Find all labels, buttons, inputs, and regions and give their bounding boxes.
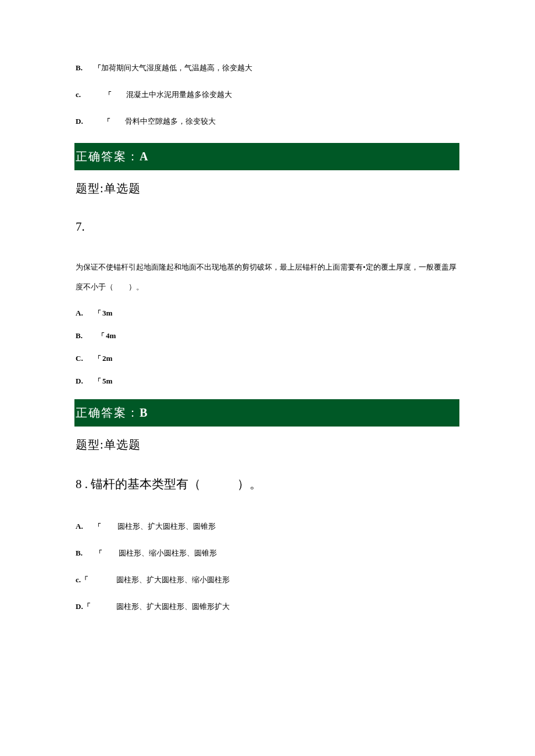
option-mark: 「: [98, 331, 105, 341]
option-letter: D.「: [76, 601, 116, 612]
q8-option-d: D.「圆柱形、扩大圆柱形、圆锥形扩大: [76, 601, 459, 612]
option-text: 3m: [102, 309, 114, 318]
q8-sep: .: [82, 477, 91, 491]
q8-number: 8: [76, 477, 82, 491]
option-text: 混凝土中水泥用量越多徐变越大: [126, 90, 232, 99]
option-letter: c.「: [76, 575, 116, 585]
q6-answer: 正确答案：A: [74, 143, 459, 170]
q7-option-d: D.「5m: [76, 377, 459, 386]
q7-number: 7.: [76, 220, 459, 234]
option-mark: 「: [104, 117, 110, 127]
option-text: 4m: [106, 331, 117, 341]
q8-type: 题型:单选题: [76, 437, 459, 453]
option-letter: D.: [76, 117, 87, 126]
option-letter: B.: [76, 63, 87, 73]
answer-label: 正确答案：: [76, 406, 140, 419]
q6-option-b: B.「加荷期间大气湿度越低，气温越高，徐变越大: [76, 63, 459, 73]
option-letter: B.: [76, 549, 87, 558]
option-text: 圆柱形、缩小圆柱形、圆锥形: [119, 549, 217, 557]
option-letter: C.: [76, 354, 87, 363]
q8-option-b: B.「圆柱形、缩小圆柱形、圆锥形: [76, 548, 459, 558]
q8-option-c: c.「圆柱形、扩大圆柱形、缩小圆柱形: [76, 575, 459, 585]
option-mark: 「: [94, 309, 101, 318]
answer-label: 正确答案：: [76, 150, 140, 163]
q7-stem: 为保证不使锚杆引起地面隆起和地面不出现地基的剪切破坏，最上层锚杆的上面需要有•定…: [76, 257, 459, 297]
q7-option-b: B.「4m: [76, 331, 459, 341]
option-letter: A.: [76, 522, 87, 531]
q8-option-a: A.「圆柱形、扩大圆柱形、圆锥形: [76, 521, 459, 532]
q8-title: 8 . 锚杆的基本类型有（ ）。: [76, 476, 459, 492]
option-mark: 「: [95, 549, 102, 558]
option-text: 5m: [102, 377, 114, 386]
option-mark: 「: [94, 377, 101, 386]
option-text: 2m: [102, 354, 114, 363]
q7-option-c: C.「2m: [76, 354, 459, 364]
option-letter: B.: [76, 331, 87, 341]
q7-option-a: A.「3m: [76, 309, 459, 318]
option-letter: c.: [76, 90, 87, 99]
option-letter: A.: [76, 309, 87, 318]
q6-option-c: c.「混凝土中水泥用量越多徐变越大: [76, 89, 459, 100]
option-text: 圆柱形、扩大圆柱形、圆锥形: [117, 522, 216, 531]
q7-answer: 正确答案：B: [74, 399, 459, 427]
option-mark: 「: [105, 90, 112, 100]
option-text: 骨料中空隙越多，徐变较大: [125, 117, 216, 126]
option-text: 加荷期间大气湿度越低，气温越高，徐变越大: [101, 63, 252, 72]
option-mark: 「: [94, 63, 101, 73]
page-content: B.「加荷期间大气湿度越低，气温越高，徐变越大 c.「混凝土中水泥用量越多徐变越…: [0, 0, 535, 612]
option-text: 圆柱形、扩大圆柱形、缩小圆柱形: [116, 575, 230, 584]
option-letter: D.: [76, 377, 87, 386]
q6-option-d: D.「骨料中空隙越多，徐变较大: [76, 116, 459, 127]
answer-value: A: [140, 150, 148, 163]
option-text: 圆柱形、扩大圆柱形、圆锥形扩大: [116, 602, 230, 611]
q7-type: 题型:单选题: [76, 181, 459, 196]
option-mark: 「: [94, 354, 101, 364]
option-mark: 「: [94, 522, 101, 532]
answer-value: B: [140, 406, 147, 419]
q8-heading: 锚杆的基本类型有（ ）。: [91, 477, 262, 491]
